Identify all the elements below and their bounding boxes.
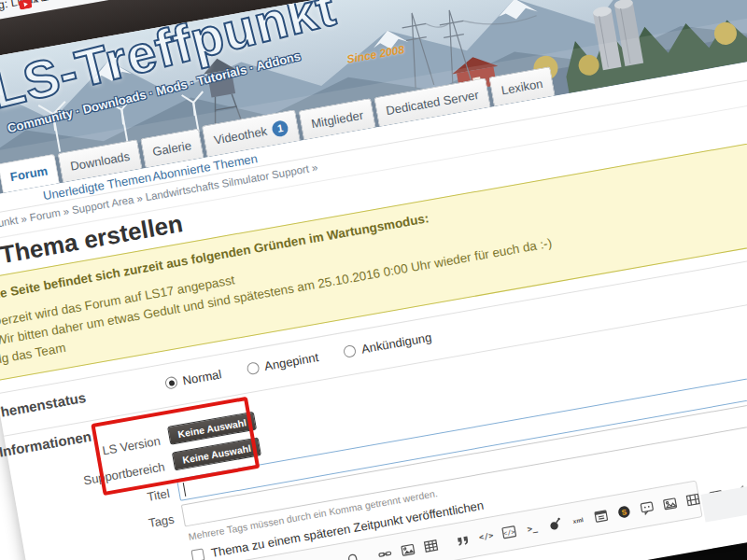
svg-text:xml: xml [572,516,584,525]
calendar-icon[interactable] [592,507,610,525]
bell-icon[interactable] [344,551,361,560]
publish-later-checkbox[interactable] [190,548,204,560]
bomb-icon[interactable] [546,515,564,534]
film-icon[interactable] [684,491,702,510]
terminal-icon[interactable]: >_ [524,519,542,538]
quote-icon[interactable] [455,531,472,550]
rotated-page-sheet: g: Linux Dedi Amazing Benachrichtigungen… [0,0,747,560]
code-icon[interactable]: </> [477,527,495,546]
radio-ankuendigung[interactable]: Ankündigung [343,330,432,359]
toolbar-separator [369,548,372,560]
bookmark-amazing[interactable]: Amazing [34,0,80,6]
radio-circle[interactable] [343,344,357,358]
picture-icon[interactable] [661,495,679,513]
link-icon[interactable] [376,545,394,560]
toolbar-separator [447,534,450,553]
spotify-s-icon[interactable]: S [615,503,633,522]
table-icon[interactable] [422,537,440,555]
radio-circle[interactable] [246,361,260,375]
xml-icon[interactable]: xml [570,511,587,529]
svg-text:</>: </> [478,530,494,542]
svg-text:>_: >_ [527,523,539,534]
youtube-icon [18,0,33,7]
videothek-count-badge: 1 [271,119,289,138]
radio-angepinnt[interactable]: Angepinnt [246,350,319,376]
section-label-themenstatus: Themenstatus [0,389,87,421]
chat-square-icon[interactable] [639,498,656,517]
text-cursor [183,483,187,497]
radio-circle[interactable] [164,376,178,390]
code-block-icon[interactable]: </> [500,523,518,541]
image-icon[interactable] [400,541,417,560]
radio-normal[interactable]: Normal [164,367,223,390]
